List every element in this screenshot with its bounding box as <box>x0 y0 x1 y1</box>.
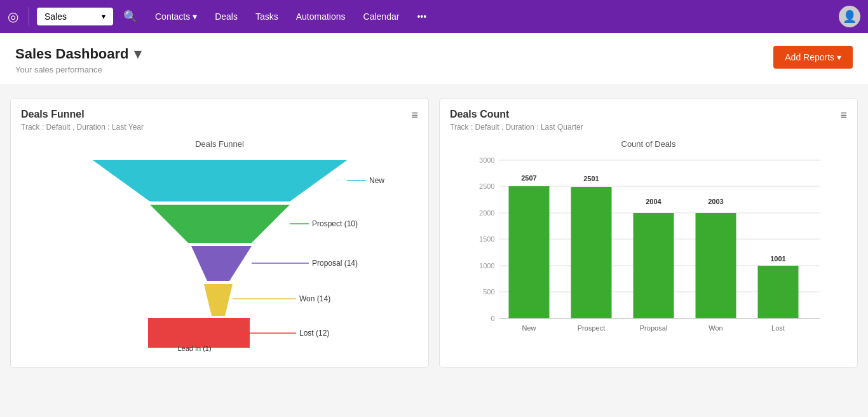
page-title-text: Sales Dashboard <box>15 46 129 62</box>
funnel-label-prospect: Prospect (10) <box>312 219 358 228</box>
nav-divider <box>29 7 29 26</box>
funnel-segment-prospect <box>150 205 290 243</box>
funnel-svg: New (24) Prospect (10) Proposal (14) Won… <box>55 154 385 357</box>
bar-xlabel-lost: Lost <box>771 324 785 332</box>
funnel-menu-icon[interactable]: ≡ <box>411 109 418 122</box>
funnel-label-new: New (24) <box>369 176 385 185</box>
sales-dropdown-label: Sales <box>44 11 67 22</box>
nav-automations[interactable]: Automations <box>288 8 353 25</box>
funnel-segment-new <box>93 160 347 202</box>
bar-prospect <box>571 187 612 318</box>
svg-text:0: 0 <box>491 315 494 322</box>
app-logo: ◎ <box>8 9 18 24</box>
svg-text:1000: 1000 <box>479 262 494 270</box>
add-reports-button[interactable]: Add Reports ▾ <box>773 46 853 69</box>
bar-card: Deals Count Track : Default , Duration :… <box>439 98 858 368</box>
bar-xlabel-proposal: Proposal <box>640 324 667 332</box>
bar-value-new: 2507 <box>521 174 536 182</box>
funnel-card-info: Deals Funnel Track : Default , Duration … <box>21 109 144 139</box>
chevron-down-icon: ▾ <box>102 12 105 21</box>
nav-tasks[interactable]: Tasks <box>248 8 286 25</box>
funnel-label-lost: Lost (12) <box>299 329 329 338</box>
bar-chart-title: Count of Deals <box>450 139 847 149</box>
page-title-area: Sales Dashboard ▾ Your sales performance <box>15 46 141 74</box>
bar-new <box>509 186 550 318</box>
bar-won <box>696 213 736 318</box>
funnel-segment-lost <box>148 318 250 348</box>
nav-calendar[interactable]: Calendar <box>356 8 407 25</box>
bar-value-proposal: 2004 <box>646 198 661 205</box>
sales-dropdown[interactable]: Sales ▾ <box>37 8 113 25</box>
funnel-card-title: Deals Funnel <box>21 109 144 120</box>
svg-text:2000: 2000 <box>479 209 494 217</box>
funnel-segment-proposal <box>191 246 252 281</box>
bar-lost <box>758 266 799 318</box>
funnel-card-header: Deals Funnel Track : Default , Duration … <box>21 109 418 139</box>
bar-card-subtitle: Track : Default , Duration : Last Quarte… <box>450 123 583 132</box>
bar-value-prospect: 2501 <box>583 175 599 182</box>
nav-more[interactable]: ••• <box>409 8 434 25</box>
bar-value-lost: 1001 <box>770 255 785 263</box>
bar-xlabel-prospect: Prospect <box>578 324 605 332</box>
title-chevron-icon[interactable]: ▾ <box>134 46 141 62</box>
funnel-label-won: Won (14) <box>299 294 330 303</box>
search-icon[interactable]: 🔍 <box>118 7 142 26</box>
funnel-chart-title: Deals Funnel <box>21 139 418 149</box>
svg-text:1500: 1500 <box>479 235 494 243</box>
funnel-card: Deals Funnel Track : Default , Duration … <box>10 98 429 368</box>
funnel-label-proposal: Proposal (14) <box>312 259 358 268</box>
funnel-card-subtitle: Track : Default , Duration : Last Year <box>21 123 144 132</box>
nav-deals[interactable]: Deals <box>207 8 245 25</box>
bar-xlabel-won: Won <box>709 324 722 332</box>
bar-card-title: Deals Count <box>450 109 583 120</box>
bar-chart-svg: Total Deals Count 3000 2500 2000 1500 10… <box>456 154 841 351</box>
funnel-label-leadin: Lead In (1) <box>177 345 211 352</box>
page-header: Sales Dashboard ▾ Your sales performance… <box>0 33 868 85</box>
svg-text:500: 500 <box>483 288 494 296</box>
nav-links: Contacts ▾ Deals Tasks Automations Calen… <box>147 8 834 25</box>
bar-card-info: Deals Count Track : Default , Duration :… <box>450 109 583 139</box>
main-content: Deals Funnel Track : Default , Duration … <box>0 85 868 381</box>
funnel-segment-won <box>204 284 233 316</box>
page-subtitle: Your sales performance <box>15 65 141 74</box>
navbar: ◎ Sales ▾ 🔍 Contacts ▾ Deals Tasks Autom… <box>0 0 868 33</box>
nav-contacts[interactable]: Contacts ▾ <box>147 8 205 25</box>
bar-proposal <box>634 213 674 318</box>
bar-menu-icon[interactable]: ≡ <box>840 109 847 122</box>
bar-card-header: Deals Count Track : Default , Duration :… <box>450 109 847 139</box>
page-title: Sales Dashboard ▾ <box>15 46 141 62</box>
bar-value-won: 2003 <box>708 198 723 205</box>
bar-xlabel-new: New <box>522 324 536 332</box>
user-avatar[interactable]: 👤 <box>839 6 860 27</box>
svg-text:3000: 3000 <box>479 156 494 164</box>
svg-text:2500: 2500 <box>479 182 494 190</box>
